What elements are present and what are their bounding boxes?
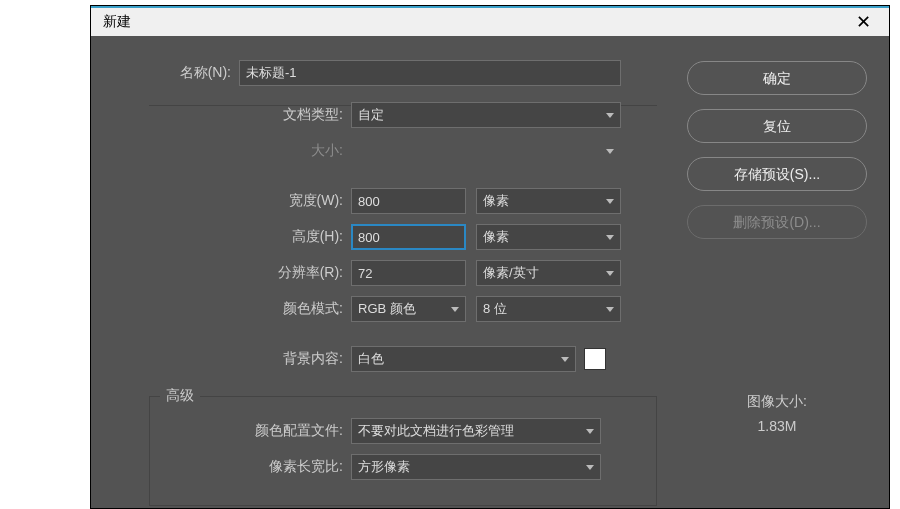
dialog-content: 确定 复位 存储预设(S)... 删除预设(D)... 图像大小: 1.83M … xyxy=(91,36,889,508)
resolution-unit-value: 像素/英寸 xyxy=(483,264,539,282)
image-size-label: 图像大小: xyxy=(687,389,867,414)
doc-type-value: 自定 xyxy=(358,106,384,124)
image-size-info: 图像大小: 1.83M xyxy=(687,389,867,439)
pixel-aspect-value: 方形像素 xyxy=(358,458,410,476)
ok-button[interactable]: 确定 xyxy=(687,61,867,95)
name-label: 名称(N): xyxy=(101,64,239,82)
delete-preset-button: 删除预设(D)... xyxy=(687,205,867,239)
chevron-down-icon xyxy=(561,357,569,362)
form-area: 名称(N): 文档类型: 自定 大小: xyxy=(101,60,657,490)
dialog-title: 新建 xyxy=(103,13,131,31)
chevron-down-icon xyxy=(606,235,614,240)
chevron-down-icon xyxy=(606,149,614,154)
chevron-down-icon xyxy=(606,307,614,312)
color-profile-select[interactable]: 不要对此文档进行色彩管理 xyxy=(351,418,601,444)
save-preset-button[interactable]: 存储预设(S)... xyxy=(687,157,867,191)
chevron-down-icon xyxy=(586,429,594,434)
width-unit-value: 像素 xyxy=(483,192,509,210)
doc-type-select[interactable]: 自定 xyxy=(351,102,621,128)
chevron-down-icon xyxy=(606,271,614,276)
size-select xyxy=(351,138,621,164)
side-buttons: 确定 复位 存储预设(S)... 删除预设(D)... 图像大小: 1.83M xyxy=(687,61,867,439)
bit-depth-value: 8 位 xyxy=(483,300,507,318)
chevron-down-icon xyxy=(606,199,614,204)
close-icon[interactable]: ✕ xyxy=(850,11,877,33)
new-document-dialog: 新建 ✕ 确定 复位 存储预设(S)... 删除预设(D)... 图像大小: 1… xyxy=(90,5,890,509)
color-profile-value: 不要对此文档进行色彩管理 xyxy=(358,422,514,440)
color-mode-select[interactable]: RGB 颜色 xyxy=(351,296,466,322)
reset-button[interactable]: 复位 xyxy=(687,109,867,143)
height-unit-select[interactable]: 像素 xyxy=(476,224,621,250)
advanced-legend: 高级 xyxy=(160,387,200,405)
color-mode-value: RGB 颜色 xyxy=(358,300,416,318)
titlebar: 新建 ✕ xyxy=(91,6,889,36)
image-size-value: 1.83M xyxy=(687,414,867,439)
chevron-down-icon xyxy=(451,307,459,312)
name-input[interactable] xyxy=(239,60,621,86)
chevron-down-icon xyxy=(586,465,594,470)
bg-content-value: 白色 xyxy=(358,350,384,368)
height-unit-value: 像素 xyxy=(483,228,509,246)
advanced-fieldset: 高级 xyxy=(149,396,657,506)
width-unit-select[interactable]: 像素 xyxy=(476,188,621,214)
bit-depth-select[interactable]: 8 位 xyxy=(476,296,621,322)
resolution-unit-select[interactable]: 像素/英寸 xyxy=(476,260,621,286)
bg-content-select[interactable]: 白色 xyxy=(351,346,576,372)
chevron-down-icon xyxy=(606,113,614,118)
pixel-aspect-select[interactable]: 方形像素 xyxy=(351,454,601,480)
